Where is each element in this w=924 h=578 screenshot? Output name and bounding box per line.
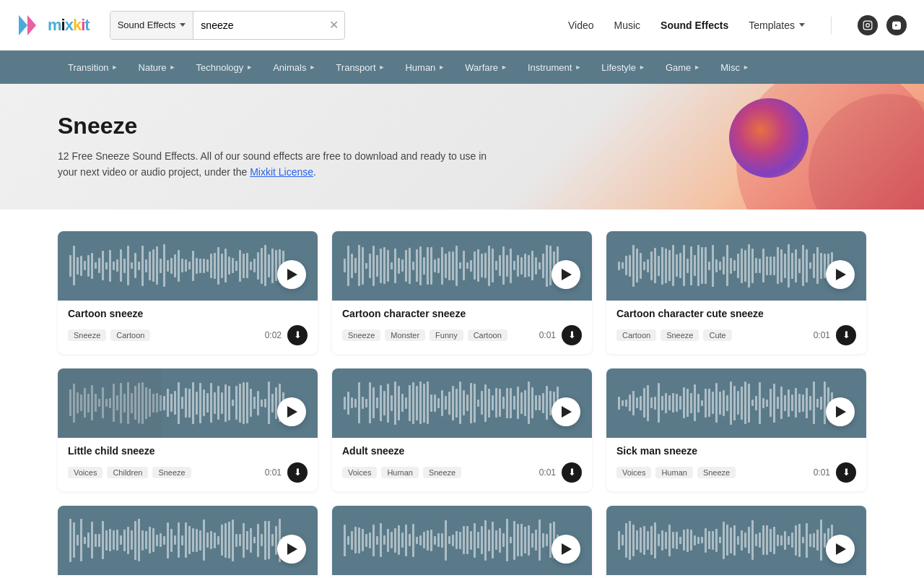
waveform-bar (499, 255, 501, 276)
card-waveform[interactable] (606, 368, 866, 438)
search-category-dropdown[interactable]: Sound Effects (110, 12, 194, 39)
cat-game[interactable]: Game ► (655, 51, 710, 84)
tag[interactable]: Sneeze (661, 329, 699, 341)
waveform-bar (672, 245, 674, 286)
play-button[interactable] (552, 397, 580, 426)
waveform-bar (69, 255, 71, 277)
tag[interactable]: Sneeze (342, 329, 380, 341)
waveform-bar (192, 382, 194, 425)
search-clear-button[interactable]: ✕ (323, 18, 344, 32)
waveform-bar (625, 400, 627, 407)
play-button[interactable] (552, 535, 580, 564)
waveform-bar (120, 249, 122, 282)
play-button[interactable] (826, 397, 855, 426)
card-waveform[interactable] (58, 368, 318, 438)
waveform-bar (701, 400, 703, 406)
waveform-bar (196, 529, 198, 552)
waveform-bar (762, 525, 764, 555)
waveform-bar (113, 262, 115, 270)
mixkit-license-link[interactable]: Mixkit License (250, 166, 313, 178)
tag[interactable]: Cartoon (468, 329, 507, 341)
waveform-bar (741, 387, 743, 420)
download-button[interactable]: ⬇ (562, 462, 582, 483)
waveform-bar (416, 537, 418, 544)
tag[interactable]: Cartoon (616, 329, 656, 341)
nav-music[interactable]: Music (614, 20, 641, 31)
cat-misc[interactable]: Misc ► (710, 51, 759, 84)
waveform-bar (91, 522, 93, 558)
waveform-bar (181, 397, 183, 409)
waveform-bar (535, 395, 537, 410)
waveform-bar (517, 255, 519, 277)
play-button[interactable] (277, 260, 306, 289)
waveform-bar (351, 531, 353, 550)
tag[interactable]: Sneeze (152, 467, 191, 478)
play-button[interactable] (552, 260, 580, 289)
play-button[interactable] (277, 397, 306, 426)
waveform-bar (441, 247, 443, 285)
card-waveform[interactable] (606, 231, 866, 301)
cat-animals[interactable]: Animals ► (263, 51, 326, 84)
card-waveform[interactable] (332, 506, 592, 575)
cat-human[interactable]: Human ► (395, 51, 455, 84)
waveform-bar (134, 253, 136, 278)
waveform-bar (712, 392, 714, 414)
play-button[interactable] (277, 535, 306, 564)
nav-sound-effects[interactable]: Sound Effects (661, 20, 728, 31)
card-waveform[interactable] (606, 506, 866, 575)
cat-technology[interactable]: Technology ► (186, 51, 263, 84)
download-button[interactable]: ⬇ (836, 462, 856, 483)
tag[interactable]: Voices (616, 467, 651, 478)
tag[interactable]: Voices (68, 467, 103, 478)
waveform-bar (160, 259, 162, 273)
cat-lifestyle[interactable]: Lifestyle ► (591, 51, 655, 84)
tag[interactable]: Human (655, 467, 692, 478)
youtube-icon[interactable] (886, 15, 907, 35)
card-waveform[interactable] (332, 231, 592, 301)
waveform-bar (163, 244, 165, 287)
waveform-bar (524, 390, 526, 416)
waveform-bar (423, 384, 425, 423)
tag[interactable]: Human (381, 467, 418, 478)
tag[interactable]: Sneeze (697, 467, 736, 478)
card-waveform[interactable] (58, 231, 318, 301)
waveform-bar (412, 382, 414, 424)
tag[interactable]: Sneeze (423, 467, 461, 478)
waveform-bar (640, 527, 642, 553)
tag[interactable]: Voices (342, 467, 377, 478)
play-button[interactable] (826, 535, 855, 564)
cat-transition[interactable]: Transition ► (58, 51, 128, 84)
cat-nature[interactable]: Nature ► (128, 51, 186, 84)
instagram-icon[interactable] (858, 15, 878, 35)
download-button[interactable]: ⬇ (287, 462, 308, 483)
waveform-bar (113, 530, 115, 550)
download-button[interactable]: ⬇ (836, 325, 856, 345)
card-waveform[interactable] (332, 368, 592, 438)
card-waveform[interactable] (58, 506, 318, 575)
waveform-bar (546, 386, 548, 420)
tag[interactable]: Sneeze (68, 329, 106, 341)
waveform-bar (484, 384, 487, 422)
cat-instrument[interactable]: Instrument ► (518, 51, 591, 84)
tag[interactable]: Funny (430, 329, 463, 341)
cat-transport[interactable]: Transport ► (326, 51, 395, 84)
download-button[interactable]: ⬇ (562, 325, 582, 345)
search-input[interactable] (193, 12, 323, 39)
waveform-bar (477, 532, 479, 548)
logo[interactable]: mixkit (17, 12, 90, 38)
play-button[interactable] (826, 260, 855, 289)
tag[interactable]: Children (107, 467, 148, 478)
tag[interactable]: Cartoon (110, 329, 150, 341)
waveform-bar (456, 531, 458, 549)
nav-video[interactable]: Video (568, 20, 594, 31)
cat-warfare[interactable]: Warfare ► (455, 51, 518, 84)
tag[interactable]: Cute (703, 329, 731, 341)
cat-chevron-icon: ► (309, 64, 315, 71)
waveform-bar (466, 526, 468, 554)
download-button[interactable]: ⬇ (287, 325, 308, 345)
play-icon (836, 269, 846, 280)
waveform-bar (531, 251, 533, 280)
tag[interactable]: Monster (385, 329, 425, 341)
nav-templates[interactable]: Templates (749, 20, 805, 31)
waveform-bar (766, 256, 768, 275)
